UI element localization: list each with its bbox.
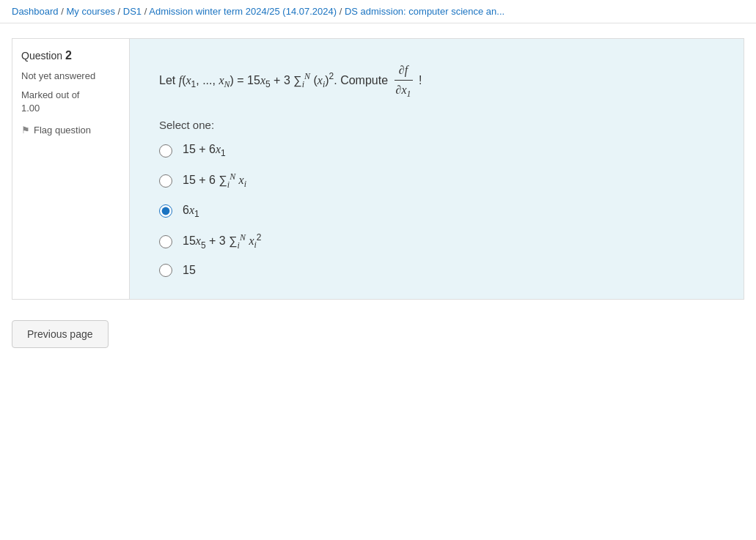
option-label-1[interactable]: 15 + 6x1 — [183, 143, 226, 158]
breadcrumb-admission[interactable]: Admission winter term 2024/25 (14.07.202… — [149, 6, 337, 17]
option-label-3[interactable]: 6x1 — [183, 204, 199, 219]
breadcrumb-ds1[interactable]: DS1 — [123, 6, 142, 17]
option-label-5[interactable]: 15 — [183, 264, 196, 277]
option-item-3[interactable]: 6x1 — [159, 204, 714, 219]
select-one-label: Select one: — [159, 119, 714, 131]
radio-option-5[interactable] — [159, 264, 172, 277]
flag-question-button[interactable]: ⚑ Flag question — [21, 125, 120, 136]
options-list: 15 + 6x1 15 + 6 ∑iN xi 6x1 — [159, 143, 714, 277]
question-text: Let f(x1, ..., xN) = 15x5 + 3 ∑iN (xi)2.… — [159, 61, 714, 101]
option-item-5[interactable]: 15 — [159, 264, 714, 277]
breadcrumb-ds-admission[interactable]: DS admission: computer science an... — [345, 6, 504, 17]
question-sidebar: Question 2 Not yet answered Marked out o… — [12, 39, 130, 299]
radio-option-4[interactable] — [159, 235, 172, 248]
question-number-value: 2 — [65, 49, 72, 62]
question-number: Question 2 — [21, 49, 120, 62]
breadcrumb: Dashboard / My courses / DS1 / Admission… — [0, 0, 756, 23]
breadcrumb-dashboard[interactable]: Dashboard — [12, 6, 59, 17]
question-layout: Question 2 Not yet answered Marked out o… — [12, 38, 744, 300]
radio-option-3[interactable] — [159, 204, 172, 218]
flag-icon: ⚑ — [21, 125, 30, 136]
option-label-2[interactable]: 15 + 6 ∑iN xi — [183, 171, 246, 191]
flag-question-label: Flag question — [34, 125, 91, 136]
question-mark: Marked out of 1.00 — [21, 89, 120, 115]
previous-page-button[interactable]: Previous page — [12, 320, 109, 348]
radio-option-2[interactable] — [159, 174, 172, 188]
option-item-1[interactable]: 15 + 6x1 — [159, 143, 714, 158]
question-status: Not yet answered — [21, 70, 120, 83]
option-item-4[interactable]: 15x5 + 3 ∑iN xi2 — [159, 232, 714, 251]
option-item-2[interactable]: 15 + 6 ∑iN xi — [159, 171, 714, 191]
option-label-4[interactable]: 15x5 + 3 ∑iN xi2 — [183, 232, 262, 251]
question-main-area: Let f(x1, ..., xN) = 15x5 + 3 ∑iN (xi)2.… — [130, 39, 744, 299]
radio-option-1[interactable] — [159, 144, 172, 158]
breadcrumb-my-courses[interactable]: My courses — [66, 6, 114, 17]
page-content: Question 2 Not yet answered Marked out o… — [0, 23, 756, 363]
